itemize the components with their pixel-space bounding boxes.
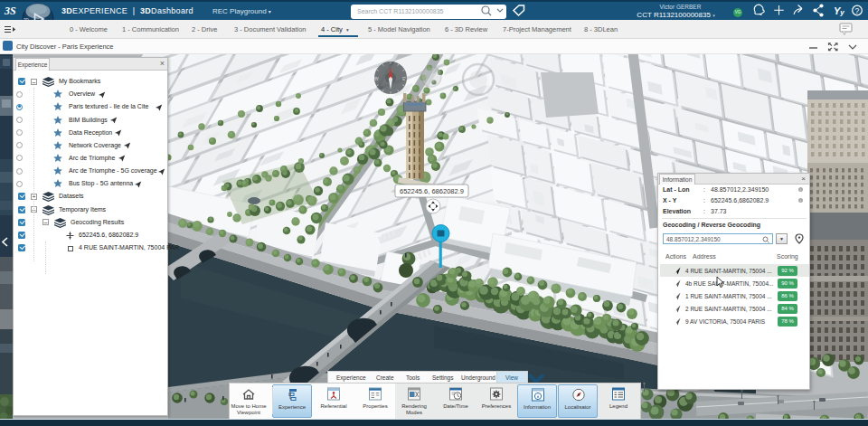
svg-text:3S: 3S [4, 5, 16, 17]
svg-text:W: W [374, 76, 379, 81]
svg-text:?: ? [855, 6, 860, 15]
svg-text:652245.6, 6862082.9: 652245.6, 6862082.9 [400, 187, 464, 195]
svg-text:Yy: Yy [834, 5, 844, 16]
